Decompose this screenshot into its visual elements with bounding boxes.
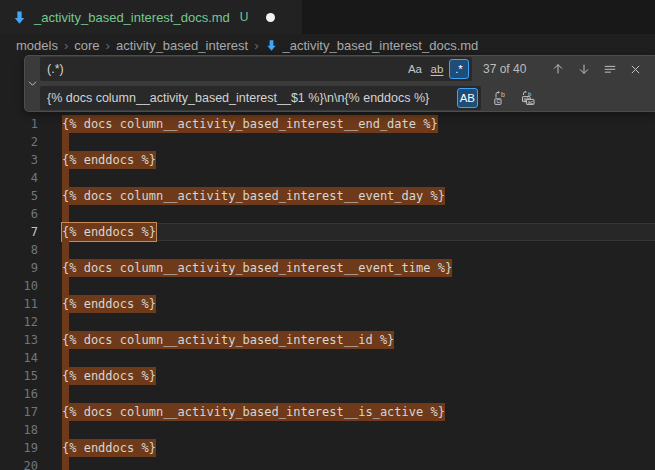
match-case-button[interactable]: Aa [405, 59, 425, 79]
find-match-highlight: {% docs column__activity_based_interest_… [62, 331, 394, 349]
editor-line: 10 [0, 277, 655, 295]
breadcrumb-item[interactable]: activity_based_interest [116, 38, 248, 53]
replace-input[interactable]: {% docs column__activity_based_interest_… [40, 86, 481, 110]
breadcrumb-folders: models›core›activity_based_interest› [16, 38, 259, 53]
line-content[interactable] [62, 205, 655, 223]
find-input[interactable]: (.*) Aa ab .* [40, 57, 472, 81]
find-match-highlight-empty [62, 421, 69, 439]
results-count: 37 of 40 [483, 62, 526, 76]
line-number[interactable]: 18 [0, 421, 38, 439]
line-number[interactable]: 9 [0, 259, 38, 277]
replace-all-button[interactable]: b ab ac [517, 88, 538, 109]
find-match-highlight: {% docs column__activity_based_interest_… [62, 403, 445, 421]
line-content[interactable]: {% enddocs %} [62, 151, 655, 169]
line-content[interactable]: {% docs column__activity_based_interest_… [62, 187, 655, 205]
find-in-selection-button[interactable] [599, 59, 620, 80]
replace-row: {% docs column__activity_based_interest_… [40, 86, 649, 110]
arrow-up-icon [551, 62, 565, 76]
line-number[interactable]: 11 [0, 295, 38, 313]
find-match-highlight: {% enddocs %} [62, 295, 156, 313]
svg-text:c: c [496, 97, 500, 104]
line-content[interactable] [62, 241, 655, 259]
line-content[interactable]: {% enddocs %} [62, 367, 655, 385]
find-match-highlight-empty [62, 349, 69, 367]
editor-line: 1{% docs column__activity_based_interest… [0, 115, 655, 133]
line-number[interactable]: 2 [0, 133, 38, 151]
line-content[interactable]: {% docs column__activity_based_interest_… [62, 115, 655, 133]
find-match-highlight-empty [62, 133, 69, 151]
line-content[interactable]: {% docs column__activity_based_interest_… [62, 259, 655, 277]
line-content[interactable] [62, 313, 655, 331]
editor-line: 6 [0, 205, 655, 223]
previous-match-button[interactable] [547, 59, 568, 80]
editor-line: 13{% docs column__activity_based_interes… [0, 331, 655, 349]
breadcrumb-separator: › [254, 38, 258, 53]
editor-line: 14 [0, 349, 655, 367]
line-number[interactable]: 20 [0, 457, 38, 470]
line-content[interactable] [62, 421, 655, 439]
line-content[interactable] [62, 457, 655, 470]
replace-value-text: {% docs column__activity_based_interest_… [47, 91, 455, 105]
breadcrumb-item[interactable]: core [74, 38, 99, 53]
line-content[interactable] [62, 133, 655, 151]
tab-bar: _activity_based_interest_docs.md U [0, 0, 655, 34]
editor-line: 11{% enddocs %} [0, 295, 655, 313]
editor-line: 12 [0, 313, 655, 331]
line-content[interactable] [62, 349, 655, 367]
find-match-highlight-empty [62, 313, 69, 331]
line-number[interactable]: 10 [0, 277, 38, 295]
editor-line: 8 [0, 241, 655, 259]
editor-line: 15{% enddocs %} [0, 367, 655, 385]
find-match-highlight: {% enddocs %} [62, 151, 156, 169]
find-match-highlight: {% enddocs %} [62, 223, 156, 241]
line-number[interactable]: 1 [0, 115, 38, 133]
find-nav-buttons [547, 59, 649, 80]
line-content[interactable] [62, 385, 655, 403]
editor-line: 19{% enddocs %} [0, 439, 655, 457]
unsaved-changes-dot[interactable] [266, 13, 275, 22]
breadcrumb-file[interactable]: _activity_based_interest_docs.md [265, 38, 479, 53]
line-number[interactable]: 8 [0, 241, 38, 259]
toggle-replace-button[interactable] [25, 56, 40, 111]
find-query-text: (.*) [47, 62, 403, 76]
line-content[interactable] [62, 277, 655, 295]
line-number[interactable]: 4 [0, 169, 38, 187]
preserve-case-button[interactable]: AB [457, 88, 478, 108]
close-find-button[interactable] [625, 59, 646, 80]
replace-all-icon: b ab ac [520, 90, 536, 106]
line-number[interactable]: 5 [0, 187, 38, 205]
line-number[interactable]: 12 [0, 313, 38, 331]
line-content[interactable]: {% enddocs %} [62, 439, 655, 457]
find-widget-body: (.*) Aa ab .* 37 of 40 [40, 56, 655, 111]
line-number[interactable]: 16 [0, 385, 38, 403]
line-number[interactable]: 7 [0, 223, 38, 241]
line-content[interactable]: {% enddocs %} [62, 295, 655, 313]
whole-word-button[interactable]: ab [427, 59, 447, 79]
svg-text:b: b [501, 91, 505, 98]
replace-button[interactable]: b c [489, 88, 510, 109]
close-icon [629, 63, 642, 76]
line-number[interactable]: 6 [0, 205, 38, 223]
line-number[interactable]: 3 [0, 151, 38, 169]
find-match-highlight: {% enddocs %} [62, 367, 156, 385]
find-match-highlight-empty [62, 169, 69, 187]
line-content[interactable]: {% docs column__activity_based_interest_… [62, 331, 655, 349]
line-number[interactable]: 14 [0, 349, 38, 367]
line-content[interactable] [62, 169, 655, 187]
next-match-button[interactable] [573, 59, 594, 80]
line-number[interactable]: 19 [0, 439, 38, 457]
line-content[interactable]: {% enddocs %} [62, 223, 655, 241]
selection-lines-icon [603, 62, 617, 76]
editor-tab[interactable]: _activity_based_interest_docs.md U [0, 0, 302, 34]
markdown-file-icon [265, 39, 278, 52]
git-status-badge: U [240, 10, 249, 24]
line-number[interactable]: 15 [0, 367, 38, 385]
regex-button[interactable]: .* [449, 59, 469, 79]
editor-line: 2 [0, 133, 655, 151]
line-content[interactable]: {% docs column__activity_based_interest_… [62, 403, 655, 421]
line-number[interactable]: 17 [0, 403, 38, 421]
breadcrumb: models›core›activity_based_interest› _ac… [0, 35, 655, 56]
replace-icon: b c [492, 90, 508, 106]
line-number[interactable]: 13 [0, 331, 38, 349]
breadcrumb-item[interactable]: models [16, 38, 58, 53]
